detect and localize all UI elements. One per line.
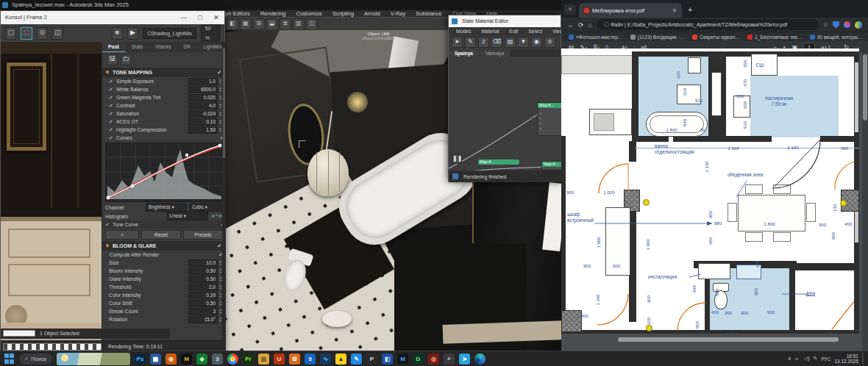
taskbar-app-17[interactable]: M [397,354,408,365]
tone-curve-editor[interactable] [105,143,223,202]
vfb-title-bar[interactable]: Konsol | Frame 2 — □ ✕ [1,11,224,24]
bloom-row-glare-intensity[interactable]: ⁞Glare Intensity0,50▲▼ [102,275,226,283]
vfb-split-icon[interactable]: ◫ [52,27,63,40]
max-tool-icon-14[interactable]: ▦ [240,18,252,30]
vfb-tab-history[interactable]: History [149,42,177,52]
vfb-tab-stats[interactable]: Stats [126,42,149,52]
checkbox-checked-icon[interactable]: ✓ [109,103,116,109]
bloom-row-size[interactable]: ⁞Size10,0▲▼ [102,259,226,267]
curve-presets-button[interactable]: Presets [183,230,223,240]
tone-row-aces-ot[interactable]: ⁞✓ACES OT0,10▲▼ [102,118,226,126]
url-field[interactable]: ⓘ Файл | E:/Salta_Projects/Aristocratic_… [597,19,819,30]
network-icon[interactable]: ᯅ [795,356,800,362]
param-value-field[interactable]: 1,0 [188,78,218,85]
save-folder-icon[interactable]: 🗀 [121,54,132,65]
taskbar-app-20[interactable]: ⌕ [444,354,455,365]
language-indicator[interactable]: РУС [821,356,830,362]
menu-scripting[interactable]: Scripting [328,10,358,17]
start-button[interactable] [4,354,15,364]
bloom-row-bloom-intensity[interactable]: ⁞Bloom Intensity0,50▲▼ [102,267,226,275]
favorites-star-icon[interactable]: ☆ [823,21,828,28]
sme-tool-icon-3[interactable]: ⌫ [491,37,502,48]
shield-icon[interactable] [833,21,839,29]
bookmark-item-0[interactable]: «Фотошоп-мастер… [569,35,623,40]
compute-after-render-row[interactable]: Compute After Render✓ [102,251,226,259]
node-pill[interactable]: Map #… [478,159,519,165]
param-value-field[interactable]: 15,0° [188,316,218,323]
tone-row-highlight-compression[interactable]: ⁞✓Highlight Compression1,50▲▼ [102,126,226,134]
tone-row-simple-exposure[interactable]: ⁞✓Simple Exposure1,0▲▼ [102,77,226,85]
menu-substance[interactable]: Substance [411,10,446,17]
sme-tool-icon-6[interactable]: ◉ [531,37,542,48]
menu-v-ray[interactable]: V-Ray [386,10,410,17]
param-value-field[interactable]: 0,10 [188,118,218,126]
param-value-field[interactable]: 10,0 [188,259,218,267]
taskbar-app-22[interactable] [474,354,485,365]
menu-customize[interactable]: Customize [291,10,326,17]
bloom-row-color-shift[interactable]: ⁞Color Shift0,50▲▼ [102,299,226,307]
sme-node-view[interactable]: Map #… •••• Map #… Map #… ❚❚ [449,57,562,171]
taskbar-app-11[interactable]: 3 [305,354,316,365]
extension-icon[interactable] [844,21,850,28]
pdf-horizontal-scrollbar[interactable] [618,337,839,342]
curves-row[interactable]: ⁞✓ Curves▾ [102,134,226,142]
pen-icon[interactable]: ✎ [814,356,818,362]
taskbar-app-14[interactable]: ✎ [351,354,362,365]
max-tool-icon-15[interactable]: ⊞ [253,18,265,30]
tray-chevron-icon[interactable]: ∧ [788,356,791,362]
material-node[interactable]: Map #… [541,161,562,171]
curve-add-button[interactable]: + [105,230,139,240]
taskbar-search[interactable]: ⌕ Поиск [19,354,52,365]
max-tool-icon-16[interactable]: ⬓ [266,18,278,30]
vfb-tab-post[interactable]: Post [102,42,125,52]
vfb-frame-icon[interactable]: ▢ [5,27,16,40]
material-node[interactable]: Map #… •••• [537,102,562,136]
refresh-icon[interactable]: ⟳ [578,21,584,29]
taskbar-app-7[interactable]: Pr [243,354,254,365]
max-tool-icon-18[interactable]: ▥ [293,18,305,30]
param-value-field[interactable]: 0,020 [188,94,218,101]
pdf-vertical-scrollbar[interactable] [862,53,868,351]
pause-icon[interactable]: ❚❚ [452,154,462,164]
taskbar-app-6[interactable] [227,354,238,365]
bookmark-item-3[interactable]: 1_Бесплатные тек… [747,35,802,40]
vfb-region-icon[interactable]: ⬚ [21,27,32,40]
taskbar-app-4[interactable]: ◆ [196,354,207,365]
taskbar-app-8[interactable]: ▨ [258,354,269,365]
minimize-button[interactable]: — [176,11,192,24]
tone-curve-row[interactable]: ✓Tone Curve • [102,220,226,229]
sme-tool-icon-1[interactable]: ✎ [465,37,476,48]
histogram-select[interactable]: Linear ▾ [167,212,208,220]
histogram-tools-icons[interactable]: ⤨ ʰ̄ ≡▾ [211,214,223,219]
checkbox-checked-icon[interactable]: ✓ [109,79,116,85]
sme-menu-material[interactable]: Material [477,27,503,35]
bloom-row-threshold[interactable]: ⁞Threshold2,0▲▼ [102,283,226,291]
sme-tool-icon-4[interactable]: ▤ [505,37,516,48]
sme-tool-icon-0[interactable]: ➤ [452,37,463,48]
tone-row-white-balance[interactable]: ⁞✓White Balance6000,0▲▼ [102,85,226,93]
taskbar-app-15[interactable]: P [366,354,377,365]
sme-menu-edit[interactable]: Edit [505,27,523,35]
menu-arnold[interactable]: Arnold [360,10,385,17]
volume-icon[interactable]: ◁) [804,356,810,362]
checkbox-checked-icon[interactable]: ✓ [109,111,116,117]
bloom-row-color-intensity[interactable]: ⁞Color Intensity0,39▲▼ [102,291,226,299]
bloom-glare-header[interactable]: BLOOM & GLARE✓ [102,241,226,251]
vfb-focus-icon[interactable]: ⊙ [37,27,48,40]
tone-row-green-magenta-tint[interactable]: ⁞✓Green-Magenta Tint0,020▲▼ [102,93,226,101]
param-value-field[interactable]: 0,50 [188,276,218,283]
taskbar-app-19[interactable]: ◎ [428,354,439,365]
new-tab-button[interactable]: + [688,5,692,14]
param-value-field[interactable]: 6000,0 [188,86,218,93]
sme-tool-icon-7[interactable]: 0 [544,37,555,48]
vfb-tab-dr[interactable]: DR [177,42,196,52]
taskbar-app-2[interactable]: ◉ [166,354,177,365]
taskbar-app-10[interactable]: ✿ [289,354,300,365]
save-image-icon[interactable]: 🖫 [107,54,118,65]
interp-select[interactable]: Cubic ▾ [189,203,223,212]
bloom-row-streak-count[interactable]: ⁞Streak Count3▲▼ [102,307,226,315]
taskbar-app-12[interactable]: ∿ [320,354,331,365]
home-icon[interactable]: ⌂ [588,21,592,29]
param-value-field[interactable]: 0,50 [188,300,218,307]
curve-reset-button[interactable]: Reset [141,230,181,240]
